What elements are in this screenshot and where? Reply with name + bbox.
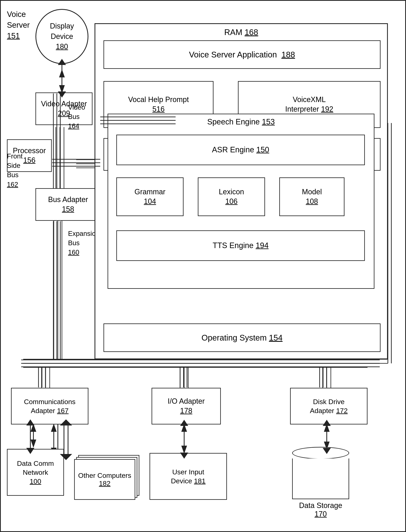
bus-adapter-label: Bus Adapter158 [48, 195, 88, 214]
asr-engine-label: ASR Engine 150 [212, 145, 269, 155]
grammar: Grammar104 [116, 177, 183, 216]
ram-label: RAM 168 [224, 28, 258, 37]
disk-drive-adapter: Disk DriveAdapter 172 [290, 388, 368, 424]
data-comm-network: Data CommNetwork100 [7, 449, 64, 496]
model-label: Model108 [302, 187, 322, 206]
display-device-label: DisplayDevice180 [50, 21, 74, 52]
user-input-device-label: User InputDevice 181 [171, 467, 206, 485]
io-adapter: I/O Adapter178 [152, 388, 221, 424]
communications-adapter: CommunicationsAdapter 167 [11, 388, 88, 424]
display-device: DisplayDevice180 [36, 9, 88, 64]
data-storage-label: Data Storage170 [292, 501, 349, 518]
voice-server-application: Voice Server Application 188 [103, 40, 381, 69]
ram-box: RAM 168 Voice Server Application 188 Voc… [94, 23, 388, 359]
bus-adapter: Bus Adapter158 [36, 188, 101, 221]
speech-engine-label: Speech Engine 153 [207, 117, 275, 126]
model: Model108 [279, 177, 344, 216]
io-adapter-label: I/O Adapter178 [168, 396, 205, 416]
lexicon-label: Lexicon106 [219, 187, 244, 206]
user-input-device: User InputDevice 181 [150, 453, 227, 500]
asr-engine: ASR Engine 150 [116, 135, 365, 165]
tts-engine: TTS Engine 194 [116, 230, 365, 261]
lexicon: Lexicon106 [198, 177, 265, 216]
diagram-container: VoiceServer151 DisplayDevice180 Video Ad… [0, 0, 406, 532]
voice-server-label: VoiceServer151 [7, 9, 30, 42]
data-comm-network-label: Data CommNetwork100 [17, 459, 54, 486]
communications-adapter-label: CommunicationsAdapter 167 [24, 397, 75, 415]
vocal-help-prompt-label: Vocal Help Prompt516 [128, 95, 189, 114]
video-bus-label: VideoBus164 [68, 103, 85, 131]
data-storage: Data Storage170 [292, 447, 349, 518]
front-side-bus-label: FrontSideBus162 [7, 151, 23, 189]
speech-engine-box: Speech Engine 153 ASR Engine 150 Grammar… [108, 114, 374, 289]
other-computers-label: Other Computers182 [78, 472, 131, 487]
tts-engine-label: TTS Engine 194 [213, 241, 269, 251]
voice-server-app-label: Voice Server Application 188 [189, 49, 295, 60]
operating-system-label: Operating System 154 [202, 332, 283, 343]
voicexml-interpreter-label: VoiceXMLInterpreter 192 [285, 95, 333, 114]
operating-system: Operating System 154 [103, 324, 381, 352]
grammar-label: Grammar104 [134, 187, 165, 206]
disk-drive-adapter-label: Disk DriveAdapter 172 [310, 397, 348, 415]
